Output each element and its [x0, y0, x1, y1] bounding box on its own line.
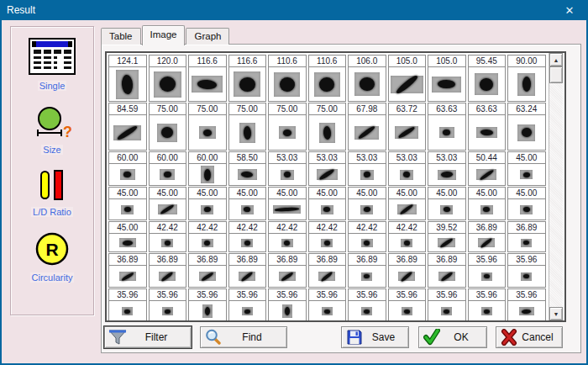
image-cell[interactable]: 75.00 [149, 103, 187, 151]
tab-image[interactable]: Image [142, 25, 186, 45]
image-cell[interactable]: 35.96 [468, 288, 507, 320]
image-cell[interactable]: 45.00 [228, 187, 267, 220]
image-cell[interactable]: 84.59 [108, 103, 147, 151]
image-cell[interactable]: 42.42 [348, 221, 386, 252]
image-cell[interactable]: 45.00 [507, 151, 546, 186]
ok-button[interactable]: OK [418, 326, 487, 348]
save-button[interactable]: Save [341, 326, 409, 348]
image-cell[interactable]: 36.89 [308, 253, 347, 288]
image-cell[interactable]: 53.03 [428, 151, 466, 186]
image-cell[interactable]: 110.6 [268, 55, 307, 102]
image-cell[interactable]: 45.00 [108, 187, 147, 220]
image-cell[interactable]: 36.89 [149, 253, 187, 288]
sidebar-item-circularity[interactable]: R Circularity [30, 231, 75, 283]
image-cell[interactable]: 42.42 [308, 221, 347, 252]
image-cell[interactable]: 36.89 [108, 253, 147, 288]
image-cell[interactable]: 90.00 [507, 55, 546, 102]
image-cell[interactable]: 35.96 [228, 288, 267, 320]
image-cell[interactable]: 63.24 [507, 103, 546, 151]
image-cell[interactable]: 42.42 [388, 221, 427, 252]
cell-value: 45.00 [269, 188, 306, 199]
image-cell[interactable]: 35.96 [388, 288, 427, 320]
image-cell[interactable]: 95.45 [468, 55, 507, 102]
image-cell[interactable]: 58.50 [228, 151, 267, 186]
image-cell[interactable]: 60.00 [188, 151, 227, 186]
image-cell[interactable]: 45.00 [388, 187, 427, 220]
tab-table[interactable]: Table [101, 28, 141, 45]
image-cell[interactable]: 110.6 [308, 55, 347, 102]
sidebar-item-label: L/D Ratio [31, 207, 73, 217]
scroll-down-icon[interactable]: ▼ [549, 307, 563, 320]
tab-graph[interactable]: Graph [186, 28, 229, 45]
image-cell[interactable]: 63.63 [428, 103, 466, 151]
image-cell[interactable]: 35.96 [348, 288, 386, 320]
image-cell[interactable]: 67.98 [348, 103, 386, 151]
image-cell[interactable]: 36.89 [188, 253, 227, 288]
image-cell[interactable]: 75.00 [268, 103, 307, 151]
image-cell[interactable]: 36.89 [228, 253, 267, 288]
image-cell[interactable]: 53.03 [348, 151, 386, 186]
image-cell[interactable]: 35.96 [308, 288, 347, 320]
particle-image [361, 272, 372, 281]
image-cell[interactable]: 45.00 [308, 187, 347, 220]
image-cell[interactable]: 105.0 [388, 55, 427, 102]
image-cell[interactable]: 35.96 [188, 288, 227, 320]
image-cell[interactable]: 53.03 [308, 151, 347, 186]
image-cell[interactable]: 36.89 [348, 253, 386, 288]
image-cell[interactable]: 116.6 [188, 55, 227, 102]
image-cell[interactable]: 35.96 [428, 288, 466, 320]
scrollbar-thumb[interactable] [549, 66, 563, 83]
sidebar-item-single[interactable]: Single [29, 38, 76, 91]
image-cell[interactable]: 36.89 [468, 221, 507, 252]
image-cell[interactable]: 105.0 [428, 55, 466, 102]
image-cell[interactable]: 45.00 [468, 187, 507, 220]
image-cell[interactable]: 60.00 [108, 151, 147, 186]
image-cell[interactable]: 42.42 [188, 221, 227, 252]
image-cell[interactable]: 75.00 [228, 103, 267, 151]
filter-button[interactable]: Filter [104, 326, 192, 348]
tabstrip: Table Image Graph [101, 26, 230, 45]
image-cell[interactable]: 45.00 [507, 187, 546, 220]
image-cell[interactable]: 35.96 [268, 288, 307, 320]
image-cell[interactable]: 116.6 [228, 55, 267, 102]
vertical-scrollbar[interactable]: ▲ ▼ [549, 53, 563, 320]
image-cell[interactable]: 75.00 [188, 103, 227, 151]
image-cell[interactable]: 63.72 [388, 103, 427, 151]
sidebar-item-ld-ratio[interactable]: L/D Ratio [31, 169, 73, 217]
image-cell[interactable]: 53.03 [268, 151, 307, 186]
image-cell[interactable]: 124.1 [108, 55, 147, 102]
image-cell[interactable]: 50.44 [468, 151, 507, 186]
image-cell[interactable]: 106.0 [348, 55, 386, 102]
scrollbar-track[interactable] [549, 83, 563, 307]
image-cell[interactable]: 45.00 [348, 187, 386, 220]
image-cell[interactable]: 35.96 [507, 288, 546, 320]
image-cell[interactable]: 53.03 [388, 151, 427, 186]
image-cell[interactable]: 45.00 [108, 221, 147, 252]
image-cell[interactable]: 42.42 [268, 221, 307, 252]
sidebar-item-size[interactable]: ? Size [33, 105, 71, 155]
image-cell[interactable]: 45.00 [428, 187, 466, 220]
image-cell[interactable]: 75.00 [308, 103, 347, 151]
image-cell[interactable]: 63.63 [468, 103, 507, 151]
close-icon[interactable]: ✕ [558, 2, 581, 19]
image-cell[interactable]: 39.52 [428, 221, 466, 252]
image-cell[interactable]: 36.89 [388, 253, 427, 288]
image-cell[interactable]: 42.42 [149, 221, 187, 252]
image-cell[interactable]: 35.96 [108, 288, 147, 320]
find-button[interactable]: Find [200, 326, 287, 348]
image-cell[interactable]: 36.89 [268, 253, 307, 288]
image-cell[interactable]: 35.96 [507, 253, 546, 288]
image-cell[interactable]: 45.00 [188, 187, 227, 220]
cancel-button[interactable]: Cancel [496, 326, 563, 348]
image-cell[interactable]: 36.89 [428, 253, 466, 288]
image-cell[interactable]: 42.42 [228, 221, 267, 252]
image-cell[interactable]: 120.0 [149, 55, 187, 102]
image-cell[interactable]: 45.00 [149, 187, 187, 220]
image-cell[interactable]: 45.00 [268, 187, 307, 220]
image-cell[interactable]: 60.00 [149, 151, 187, 186]
ok-button-label: OK [444, 331, 486, 343]
image-cell[interactable]: 36.89 [507, 221, 546, 252]
image-cell[interactable]: 35.96 [149, 288, 187, 320]
image-cell[interactable]: 35.96 [468, 253, 507, 288]
scroll-up-icon[interactable]: ▲ [549, 53, 563, 66]
